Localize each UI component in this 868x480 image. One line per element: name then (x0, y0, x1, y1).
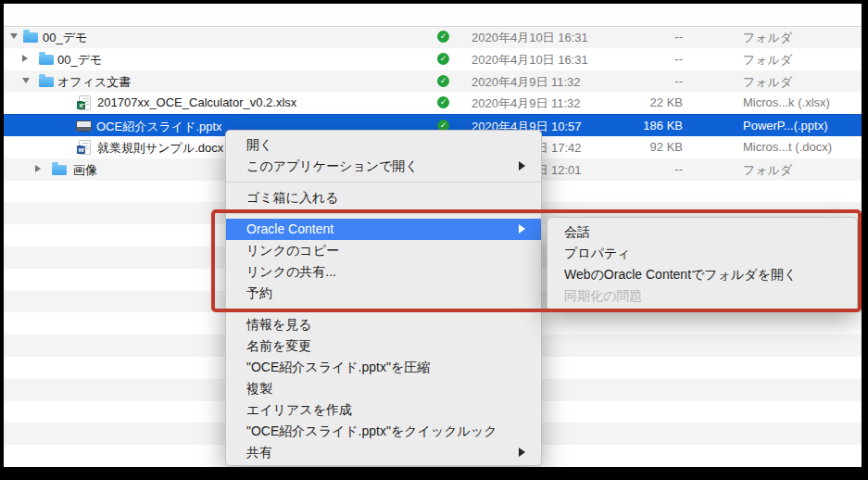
file-size: 22 KB (578, 95, 683, 109)
table-row[interactable]: 00_デモ 2020年4月10日 16:31 -- フォルダ (4, 48, 862, 70)
menu-item[interactable]: 会話 (547, 221, 857, 243)
menu-item-label: 同期化の問題 (564, 288, 642, 303)
menu-item[interactable]: WebのOracle Contentでフォルダを開く (547, 264, 857, 285)
menu-item[interactable]: 共有 (226, 442, 541, 463)
modified-date: 2020年4月10日 16:31 (472, 30, 588, 46)
menu-item-label: 情報を見る (246, 317, 312, 332)
menu-item[interactable]: エイリアスを作成 (226, 399, 541, 421)
menu-item-label: 開く (246, 137, 272, 152)
menu-item[interactable]: Oracle Content (226, 219, 541, 240)
menu-separator (226, 177, 541, 187)
file-icon (23, 32, 38, 43)
file-name: 00_デモ (57, 52, 102, 69)
menu-item-label: エイリアスを作成 (246, 402, 352, 417)
file-name: 201707xx_OCE_Calculator_v0.2.xlsx (97, 95, 296, 109)
file-name: 00_デモ (43, 30, 87, 46)
file-size: -- (578, 52, 683, 66)
menu-item-label: ゴミ箱に入れる (246, 190, 339, 205)
disclosure-triangle-icon[interactable] (10, 33, 18, 39)
menu-item-label: プロパティ (564, 246, 631, 260)
submenu-arrow-icon (519, 448, 525, 457)
file-size: 186 KB (578, 119, 683, 133)
disclosure-triangle-icon[interactable] (35, 165, 41, 172)
submenu-arrow-icon (519, 224, 525, 234)
menu-item-label: "OCE紹介スライド.pptx"をクイックルック (246, 423, 497, 438)
menu-item[interactable]: "OCE紹介スライド.pptx"を圧縮 (226, 357, 541, 378)
menu-item-label: 名前を変更 (246, 338, 311, 353)
file-size: 92 KB (578, 140, 683, 154)
oracle-content-submenu: 会話 プロパティ WebのOracle Contentでフォルダを開く 同期化の… (547, 217, 858, 311)
menu-item[interactable]: "OCE紹介スライド.pptx"をクイックルック (226, 421, 541, 442)
file-kind: フォルダ (743, 52, 862, 69)
file-kind: フォルダ (743, 74, 862, 91)
file-icon (52, 165, 67, 175)
menu-item[interactable]: リンクの共有... (226, 261, 541, 283)
menu-item-label: "OCE紹介スライド.pptx"を圧縮 (246, 360, 430, 374)
menu-item-label: Oracle Content (246, 221, 333, 236)
column-header (4, 4, 862, 27)
file-kind: Micros...t (.docx) (743, 140, 862, 154)
menu-separator (226, 208, 541, 219)
file-size: -- (578, 162, 683, 176)
modified-date: 2020年4月9日 11:32 (472, 74, 581, 91)
table-row[interactable]: オフィス文書 2020年4月9日 11:32 -- フォルダ (4, 70, 862, 93)
modified-date: 2020年4月10日 16:31 (472, 52, 588, 69)
menu-item-label: 会話 (564, 224, 590, 239)
menu-item-label: 予約 (246, 285, 272, 300)
finder-window: 名前 変更日 サイズ 種類 00_デモ 2020年4月10日 16:31 -- … (0, 0, 868, 480)
file-kind: フォルダ (743, 162, 862, 179)
file-icon (76, 120, 92, 132)
file-icon (79, 140, 91, 155)
context-menu: 開く このアプリケーションで開く ゴミ箱に入れる Oracle Content … (225, 130, 542, 466)
table-row[interactable]: 201707xx_OCE_Calculator_v0.2.xlsx 2020年4… (4, 92, 862, 114)
sync-check-icon (437, 53, 449, 65)
menu-item[interactable]: 情報を見る (226, 314, 541, 335)
menu-item-label: WebのOracle Contentでフォルダを開く (564, 267, 797, 282)
sync-check-icon (437, 75, 449, 87)
modified-date: 2020年4月9日 11:32 (472, 95, 581, 112)
file-name: OCE紹介スライド.pptx (96, 119, 222, 135)
file-name: 就業規則サンプル.docx (97, 140, 223, 157)
menu-item-label: 複製 (246, 381, 272, 396)
menu-item[interactable]: 複製 (226, 378, 541, 399)
file-icon (39, 55, 54, 65)
file-name: オフィス文書 (57, 74, 131, 91)
disclosure-triangle-icon[interactable] (22, 78, 30, 83)
menu-item[interactable]: ゴミ箱に入れる (226, 187, 541, 208)
file-icon (79, 95, 91, 110)
file-icon (39, 77, 54, 87)
file-kind: PowerP...(.pptx) (743, 119, 862, 133)
menu-item-label: リンクの共有... (246, 264, 336, 279)
menu-item[interactable]: プロパティ (547, 243, 857, 264)
menu-item[interactable]: このアプリケーションで開く (226, 156, 541, 177)
disclosure-triangle-icon[interactable] (22, 55, 28, 62)
menu-item[interactable]: リンクのコピー (226, 240, 541, 261)
menu-item-label: 共有 (246, 445, 272, 460)
menu-item-label: このアプリケーションで開く (246, 158, 419, 173)
menu-separator (226, 304, 541, 314)
menu-item-label: リンクのコピー (246, 243, 339, 258)
submenu-arrow-icon (519, 161, 525, 171)
file-size: -- (578, 74, 683, 88)
menu-item[interactable]: 名前を変更 (226, 335, 541, 357)
menu-item[interactable]: 開く (226, 134, 541, 156)
file-kind: フォルダ (743, 30, 862, 46)
menu-item: 同期化の問題 (547, 285, 857, 307)
menu-item[interactable]: 予約 (226, 283, 541, 304)
file-name: 画像 (73, 162, 97, 179)
sync-check-icon (437, 31, 449, 43)
sync-check-icon (437, 96, 449, 108)
file-kind: Micros...k (.xlsx) (743, 95, 862, 109)
file-size: -- (578, 30, 683, 44)
table-row[interactable]: 00_デモ 2020年4月10日 16:31 -- フォルダ (4, 26, 862, 48)
